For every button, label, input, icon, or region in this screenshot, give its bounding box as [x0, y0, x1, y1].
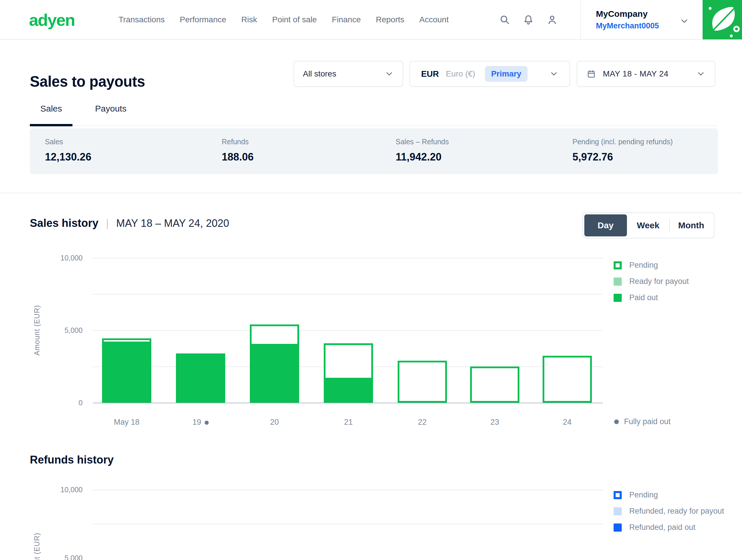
x-tick-text: May 18: [114, 418, 140, 427]
bar-paid-out-20[interactable]: [250, 346, 299, 403]
sales-payouts-tabs: SalesPayouts: [30, 104, 126, 114]
currency-filter-dropdown[interactable]: EUR Euro (€) Primary: [410, 61, 570, 87]
legend-label: Pending: [629, 491, 658, 499]
y-axis-title: Amount (EUR): [33, 533, 41, 560]
user-profile-icon[interactable]: [547, 14, 558, 25]
y-tick-label: 10,000: [32, 486, 83, 494]
legend-label: Ready for payout: [629, 277, 689, 286]
chevron-down-icon: [549, 69, 559, 78]
granularity-toggle: DayWeekMonth: [582, 212, 714, 238]
x-tick-text: 22: [418, 418, 427, 427]
bar-pending-21[interactable]: [324, 343, 373, 380]
y-tick-label: 0: [32, 399, 83, 407]
gridline-7500: [93, 524, 603, 524]
legend-item-pending: Pending: [614, 261, 689, 270]
stat-sales-refunds: Sales – Refunds11,942.20: [395, 137, 449, 163]
x-tick-label-23: 23: [490, 418, 499, 427]
currency-code: EUR: [421, 69, 439, 79]
x-tick-label-19: 19: [193, 418, 209, 427]
legend-label: Refunded, ready for payout: [629, 507, 724, 516]
currency-name: Euro (€): [446, 69, 475, 78]
sales-history-header: Sales history | MAY 18 – MAY 24, 2020: [30, 217, 229, 229]
merchant-logo[interactable]: [702, 0, 742, 39]
bar-pending-24[interactable]: [543, 356, 592, 403]
primary-badge: Primary: [485, 66, 527, 82]
x-tick-label-21: 21: [344, 418, 353, 427]
primary-nav: TransactionsPerformanceRiskPoint of sale…: [118, 0, 449, 39]
active-tab-indicator: [30, 124, 72, 126]
bar-pending-20[interactable]: [250, 325, 299, 346]
section-divider: [0, 193, 742, 193]
date-range-picker[interactable]: MAY 18 - MAY 24: [577, 61, 716, 87]
gridline-7500: [93, 294, 603, 295]
stat-label: Sales – Refunds: [395, 137, 449, 146]
sales-history-title: Sales history: [30, 217, 99, 229]
stat-label: Refunds: [222, 137, 254, 146]
granularity-month[interactable]: Month: [670, 214, 712, 236]
title-separator: |: [106, 217, 109, 229]
account-chevron-down-icon[interactable]: [679, 16, 689, 26]
bar-paid-out-may-18[interactable]: [102, 343, 151, 403]
x-tick-text: 23: [490, 418, 499, 427]
fully-paid-out-dot-icon: [614, 419, 619, 424]
notifications-bell-icon[interactable]: [523, 14, 534, 25]
outline-swatch-icon: [614, 491, 622, 499]
search-icon[interactable]: [499, 14, 510, 25]
nav-icon-group: [499, 0, 558, 39]
chevron-down-icon: [696, 69, 705, 78]
bar-paid-out-19[interactable]: [176, 353, 225, 403]
legend-label: Paid out: [629, 293, 658, 302]
x-axis-line: [93, 403, 603, 403]
refunds-history-title: Refunds history: [30, 454, 114, 466]
fully-paid-out-label: Fully paid out: [624, 417, 671, 426]
gridline-5000: [93, 330, 603, 331]
nav-item-transactions[interactable]: Transactions: [118, 15, 165, 24]
nav-item-performance[interactable]: Performance: [180, 15, 226, 24]
bar-pending-23[interactable]: [470, 367, 519, 403]
gridline-10000: [93, 490, 603, 490]
granularity-week[interactable]: Week: [627, 214, 670, 236]
nav-item-risk[interactable]: Risk: [242, 15, 257, 24]
tab-payouts[interactable]: Payouts: [95, 104, 126, 114]
solid-swatch-icon: [614, 523, 622, 531]
x-tick-text: 24: [563, 418, 572, 427]
stat-refunds: Refunds188.06: [222, 137, 254, 163]
stat-sales: Sales12,130.26: [45, 137, 91, 163]
nav-item-account[interactable]: Account: [419, 15, 449, 24]
bar-paid-out-21[interactable]: [324, 380, 373, 403]
page-title: Sales to payouts: [30, 73, 145, 90]
solid-swatch-icon: [614, 507, 622, 515]
y-tick-label: 10,000: [32, 254, 83, 262]
stores-filter-dropdown[interactable]: All stores: [294, 61, 403, 87]
tab-sales[interactable]: Sales: [30, 104, 72, 114]
x-tick-label-22: 22: [418, 418, 427, 427]
nav-divider: [580, 0, 581, 39]
merchant-account-name: MyMerchant0005: [596, 21, 659, 31]
calendar-icon: [587, 69, 596, 79]
summary-stats-panel: Sales12,130.26Refunds188.06Sales – Refun…: [30, 128, 718, 174]
solid-swatch-icon: [614, 294, 622, 302]
fully-paid-out-note: Fully paid out: [614, 417, 671, 426]
stat-value: 5,972.76: [573, 151, 673, 163]
stat-value: 11,942.20: [395, 151, 449, 163]
refunds-chart-legend: PendingRefunded, ready for payoutRefunde…: [614, 491, 724, 532]
sales-history-date-range: MAY 18 – MAY 24, 2020: [116, 217, 229, 229]
adyen-logo[interactable]: adyen: [29, 10, 75, 29]
nav-item-point-of-sale[interactable]: Point of sale: [272, 15, 317, 24]
x-tick-text: 21: [344, 418, 353, 427]
granularity-day[interactable]: Day: [584, 214, 627, 236]
nav-item-finance[interactable]: Finance: [332, 15, 361, 24]
tabs-baseline: [30, 125, 718, 126]
nav-item-reports[interactable]: Reports: [376, 15, 404, 24]
account-switcher[interactable]: MyCompany MyMerchant0005: [596, 9, 659, 31]
y-axis-title: Amount (EUR): [33, 305, 41, 356]
bar-pending-may-18[interactable]: [102, 338, 151, 344]
x-tick-label-20: 20: [270, 418, 279, 427]
leaf-icon: [702, 0, 742, 39]
legend-item-pending: Pending: [614, 491, 724, 499]
legend-item-refunded-ready-for-payout: Refunded, ready for payout: [614, 507, 724, 516]
stores-filter-value: All stores: [303, 69, 336, 78]
bar-pending-22[interactable]: [398, 361, 447, 403]
stat-label: Sales: [45, 137, 91, 146]
x-tick-label-24: 24: [563, 418, 572, 427]
